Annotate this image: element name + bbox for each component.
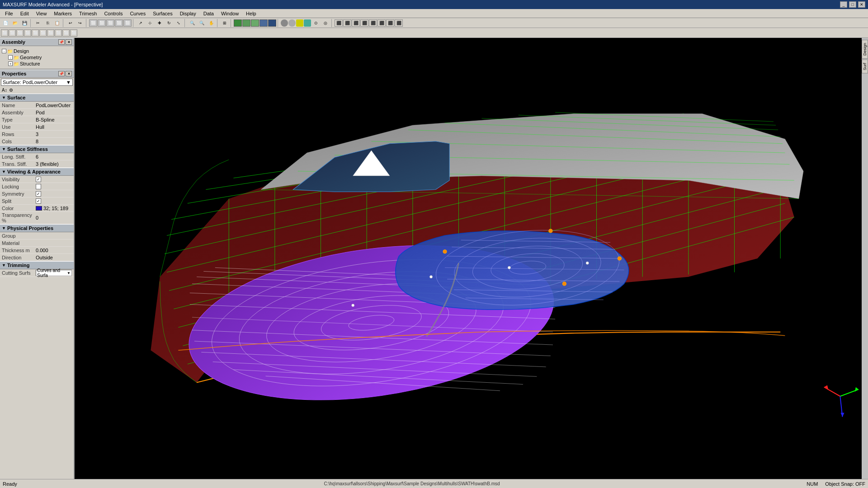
tb-render3[interactable]	[251, 19, 259, 27]
tree-toggle-structure[interactable]: +	[8, 61, 13, 66]
menu-display[interactable]: Display	[177, 9, 199, 18]
menu-trimesh[interactable]: Trimesh	[76, 9, 100, 18]
tb-zoom-out[interactable]: 🔍	[197, 19, 206, 27]
tb-scale-tool[interactable]: ⤡	[174, 19, 183, 27]
tb-shading3[interactable]	[296, 19, 303, 27]
tb-extra2[interactable]: ⬛	[343, 19, 351, 27]
prop-rows: Rows 3	[0, 131, 74, 138]
tb-move[interactable]: ✚	[155, 19, 164, 27]
menu-curves[interactable]: Curves	[127, 9, 149, 18]
tb-save[interactable]: 💾	[20, 19, 29, 27]
tb2-btn5[interactable]: ⬜	[32, 29, 39, 37]
properties-pin-button[interactable]: 📌	[58, 71, 65, 76]
tb-shading6[interactable]: ◎	[321, 19, 330, 27]
right-tab-surf[interactable]: Surf	[862, 60, 868, 74]
tb-btn3[interactable]: ⬜	[106, 19, 114, 27]
tb-extra7[interactable]: ⬛	[386, 19, 394, 27]
tb-extra3[interactable]: ⬛	[352, 19, 360, 27]
tb-extra6[interactable]: ⬛	[377, 19, 386, 27]
tb2-btn10[interactable]: ⬜	[70, 29, 77, 37]
tb-extra4[interactable]: ⬛	[360, 19, 368, 27]
tb2-btn4[interactable]: ⬜	[24, 29, 31, 37]
tb-render4[interactable]	[259, 19, 268, 27]
tb-extra1[interactable]: ⬛	[335, 19, 343, 27]
tb-extra8[interactable]: ⬛	[395, 19, 403, 27]
right-tab-design[interactable]: Design	[862, 40, 868, 59]
tb-btn4[interactable]: ⬜	[115, 19, 123, 27]
tb-shading4[interactable]	[304, 19, 311, 27]
tb-undo[interactable]: ↩	[66, 19, 75, 27]
tb-new[interactable]: 📄	[1, 19, 10, 27]
prop-symmetry-checkbox[interactable]: ✓	[36, 191, 41, 197]
tb-sep2	[63, 19, 65, 27]
menu-data[interactable]: Data	[200, 9, 217, 18]
tree-item-geometry[interactable]: - 📁 Geometry	[7, 54, 73, 61]
section-viewing-toggle[interactable]: ▼	[2, 169, 6, 174]
tb2-btn9[interactable]: ⬜	[62, 29, 70, 37]
prop-locking-checkbox[interactable]	[36, 184, 41, 189]
prop-direction-value: Outside	[36, 255, 72, 260]
tb2-btn1[interactable]: ⬜	[1, 29, 8, 37]
tb-render5[interactable]	[268, 19, 276, 27]
tree-toggle-geometry[interactable]: -	[8, 55, 13, 60]
tb-open[interactable]: 📂	[10, 19, 19, 27]
tb-redo[interactable]: ↪	[75, 19, 85, 27]
menu-view[interactable]: View	[33, 9, 50, 18]
menu-edit[interactable]: Edit	[17, 9, 32, 18]
tb-pan[interactable]: ✋	[207, 19, 216, 27]
tb-btn2[interactable]: ⬜	[98, 19, 106, 27]
menu-markers[interactable]: Markers	[51, 9, 75, 18]
cutting-surfs-dropdown[interactable]: Curves and Surfa ▼	[36, 270, 72, 276]
tb-frame-all[interactable]: ⊞	[220, 19, 229, 27]
props-icon-filter[interactable]: ⚙	[9, 88, 13, 93]
tb-cursor[interactable]: ⊹	[146, 19, 155, 27]
viewport[interactable]: Perspective -90 0 -100 -160 -100 -80 -60…	[75, 38, 868, 479]
menu-surfaces[interactable]: Surfaces	[150, 9, 175, 18]
section-stiffness-toggle[interactable]: ▼	[2, 147, 6, 151]
prop-visibility-checkbox[interactable]: ✓	[36, 177, 41, 182]
tb2-btn3[interactable]: ⬜	[16, 29, 24, 37]
tree-label-geometry: Geometry	[20, 55, 42, 60]
assembly-pin-button[interactable]: 📌	[58, 39, 65, 45]
assembly-close-button[interactable]: ✕	[66, 39, 72, 45]
menu-controls[interactable]: Controls	[101, 9, 126, 18]
prop-name-label: Name	[2, 103, 36, 108]
tb2-btn6[interactable]: ⬜	[39, 29, 47, 37]
tb2-btn2[interactable]: ⬜	[9, 29, 16, 37]
minimize-button[interactable]: _	[840, 1, 847, 8]
tb-btn1[interactable]: ⬜	[89, 19, 97, 27]
tb-paste[interactable]: 📋	[52, 19, 61, 27]
surface-selector[interactable]: Surface: PodLowerOuter ▼	[1, 79, 73, 86]
menu-help[interactable]: Help	[243, 9, 259, 18]
tree-item-design[interactable]: - 📁 Design	[1, 48, 73, 54]
tree-toggle-design[interactable]: -	[2, 49, 6, 53]
tb-cut[interactable]: ✂	[33, 19, 42, 27]
section-trimming-toggle[interactable]: ▼	[2, 263, 6, 267]
menu-file[interactable]: File	[2, 9, 16, 18]
close-button[interactable]: ✕	[858, 1, 865, 8]
tb2-btn7[interactable]: ⬜	[47, 29, 54, 37]
menu-window[interactable]: Window	[218, 9, 242, 18]
tb-btn5[interactable]: ⬜	[123, 19, 132, 27]
props-icon-sort[interactable]: A↕	[2, 88, 7, 93]
tb-render1[interactable]	[234, 19, 242, 27]
prop-split-checkbox[interactable]: ✓	[36, 198, 41, 204]
tb2-btn8[interactable]: ⬜	[55, 29, 62, 37]
section-physical-toggle[interactable]: ▼	[2, 226, 6, 230]
tb-zoom-in[interactable]: 🔍	[188, 19, 197, 27]
tb-render2[interactable]	[242, 19, 250, 27]
tb-rotate[interactable]: ↻	[165, 19, 174, 27]
tb-copy[interactable]: ⎘	[43, 19, 52, 27]
section-surface-toggle[interactable]: ▼	[2, 95, 6, 100]
tb-shading1[interactable]	[281, 19, 288, 27]
prop-type: Type B-Spline	[0, 116, 74, 123]
tb-arrow[interactable]: ↗	[136, 19, 145, 27]
tree-item-structure[interactable]: + 📁 Structure	[7, 61, 73, 67]
maximize-button[interactable]: □	[849, 1, 856, 8]
tb-shading5[interactable]: ⊙	[311, 19, 321, 27]
properties-close-button[interactable]: ✕	[66, 71, 72, 76]
tb-extra5[interactable]: ⬛	[369, 19, 377, 27]
assembly-title: Assembly	[2, 39, 25, 45]
tb-shading2[interactable]	[288, 19, 296, 27]
color-swatch[interactable]	[36, 206, 42, 211]
